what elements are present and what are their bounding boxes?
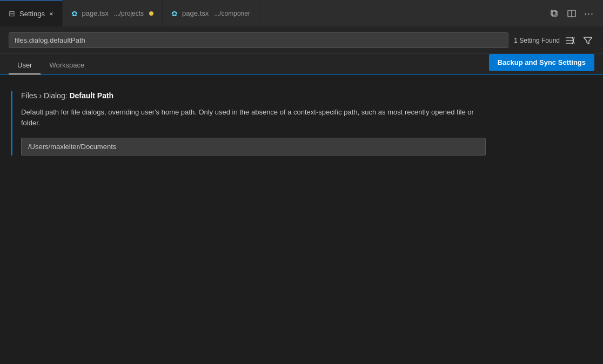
search-results: 1 Setting Found	[514, 34, 594, 47]
tabs-nav: User Workspace Backup and Sync Settings	[0, 54, 603, 75]
search-bar: 1 Setting Found	[0, 27, 603, 54]
close-settings-tab-icon[interactable]: ×	[49, 10, 53, 18]
setting-title-bold: Default Path	[69, 91, 113, 100]
tab-settings-label: Settings	[19, 10, 45, 18]
content-area: Files › Dialog: Default Path Default pat…	[0, 75, 603, 172]
react-icon-2: ✿	[171, 9, 178, 18]
search-input[interactable]	[9, 32, 508, 48]
tab-user-label: User	[17, 61, 32, 69]
tab-page-tsx-projects-path: .../projects	[114, 10, 144, 17]
tab-page-tsx-components-path: .../componer	[214, 10, 250, 17]
backup-sync-button[interactable]: Backup and Sync Settings	[489, 54, 594, 71]
settings-sliders-icon: ⊟	[9, 9, 15, 18]
search-results-text: 1 Setting Found	[514, 37, 560, 44]
setting-item: Files › Dialog: Default Path Default pat…	[11, 91, 592, 156]
tab-workspace[interactable]: Workspace	[41, 56, 93, 75]
setting-description: Default path for file dialogs, overridin…	[21, 107, 486, 130]
svg-rect-0	[552, 11, 557, 16]
clear-sort-button[interactable]	[564, 34, 577, 47]
split-editor-button[interactable]	[564, 6, 579, 21]
tab-page-tsx-components-label: page.tsx	[182, 9, 209, 17]
tab-workspace-label: Workspace	[49, 61, 84, 69]
react-icon-1: ✿	[71, 9, 78, 18]
more-actions-button[interactable]: ···	[581, 6, 597, 21]
filter-button[interactable]	[581, 34, 594, 47]
tab-actions: ···	[540, 6, 603, 21]
tab-page-tsx-projects-label: page.tsx	[82, 9, 109, 17]
svg-rect-1	[551, 10, 556, 15]
tab-user[interactable]: User	[9, 56, 41, 75]
modified-badge-1	[149, 11, 153, 16]
copy-panel-button[interactable]	[547, 6, 562, 21]
setting-title: Files › Dialog: Default Path	[21, 91, 592, 102]
tab-bar: ⊟ Settings × ✿ page.tsx .../projects ✿ p…	[0, 0, 603, 27]
svg-marker-9	[584, 37, 592, 44]
default-path-input[interactable]	[21, 138, 486, 156]
setting-breadcrumb: Files › Dialog:	[21, 91, 69, 100]
setting-content: Files › Dialog: Default Path Default pat…	[21, 91, 592, 156]
tab-page-tsx-components[interactable]: ✿ page.tsx .../componer	[163, 0, 259, 26]
tab-settings[interactable]: ⊟ Settings ×	[0, 0, 63, 26]
tab-page-tsx-projects[interactable]: ✿ page.tsx .../projects	[63, 0, 163, 26]
setting-left-border	[11, 91, 12, 156]
